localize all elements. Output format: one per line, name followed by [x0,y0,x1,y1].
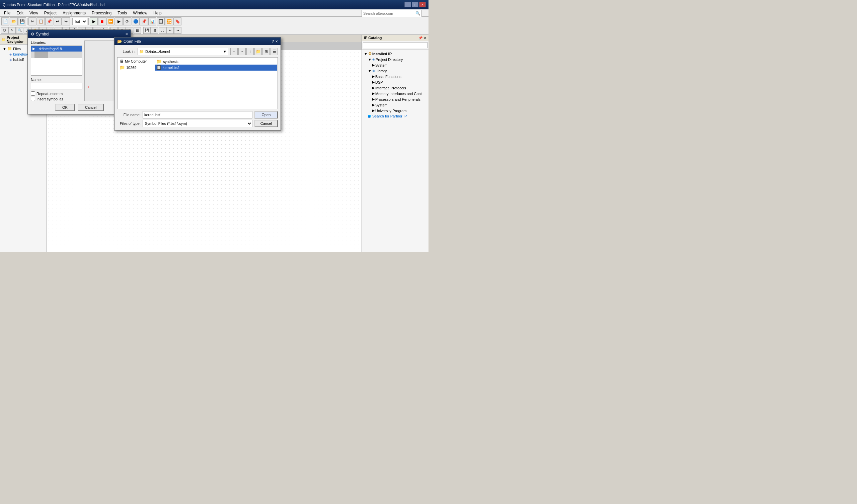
tb2-print[interactable]: 🖨 [151,27,158,34]
close-button[interactable]: × [419,2,426,7]
symbol-close-btn[interactable]: × [125,32,128,36]
tb-analysis[interactable]: ▶ [115,17,123,26]
search-input[interactable] [362,11,415,15]
app-title: Quartus Prime Standard Edition - D:/inte… [3,3,104,7]
menu-processing[interactable]: Processing [89,10,114,16]
cb2: Insert symbol as [31,97,82,101]
tb-netlist[interactable]: 🔵 [132,17,139,26]
cb-insert-symbol[interactable] [31,97,35,101]
filename-input[interactable] [142,111,252,118]
tb2-redo2[interactable]: ↪ [174,27,182,34]
ip-installed[interactable]: ▼ ⚙ Installed IP [363,51,427,56]
tb-compile[interactable]: ▶ [90,17,98,26]
tb-timing[interactable]: 📊 [148,17,156,26]
kernel-bsf-file[interactable]: 🔲 kernel.bsf [155,65,277,71]
tb-chip[interactable]: 🔲 [157,17,165,26]
tb2-undo2[interactable]: ↩ [166,27,174,34]
nav-btns: ← → ↑ 📁 ⊞ ☰ [230,48,278,55]
ip-project-dir[interactable]: ▼ ◈ Project Directory [363,56,427,62]
tb2-3[interactable]: 🔍 [16,27,23,34]
tb-redo[interactable]: ↪ [62,17,70,26]
tb2-1[interactable]: ⬡ [1,27,8,34]
menu-tools[interactable]: Tools [115,10,130,16]
cb2-label: Insert symbol as [36,97,63,101]
symbol-ok-btn[interactable]: OK [55,104,75,111]
ip-interface-protocols[interactable]: ▶ Interface Protocols [363,85,427,91]
lookin-dropdown[interactable]: 📁 D:\inte...\kernel ▼ [138,48,228,55]
ip-search-partner[interactable]: ● Search for Partner IP [363,114,427,119]
tb-cut[interactable]: ✂ [29,17,36,26]
filetype-select[interactable]: Symbol Files (*.bsf *.sym) [142,120,252,127]
tb-open[interactable]: 📂 [10,17,18,26]
menu-view[interactable]: View [27,10,41,16]
mycomputer-item[interactable]: 🖥 My Computer [118,58,153,64]
ip-projdir-icon: ◈ [372,57,375,62]
ip-processors[interactable]: ▶ Processors and Peripherals [363,96,427,102]
panel-icon: 📁 [1,38,5,41]
tb-save[interactable]: 💾 [18,17,26,26]
folder-10269[interactable]: 📁 10269 [118,64,153,71]
tb-rtl[interactable]: 🔀 [165,17,173,26]
menu-window[interactable]: Window [130,10,150,16]
ip-mem-arrow: ▶ [372,91,375,96]
menu-help[interactable]: Help [151,10,164,16]
project-dropdown[interactable]: lsd [72,18,87,25]
lib-scroll[interactable] [31,52,82,58]
ip-university-program[interactable]: ▶ University Program [363,108,427,114]
tb-bookmark[interactable]: 🔖 [173,17,182,26]
ip-univ-arrow: ▶ [372,108,375,113]
folder-10269-icon: 📁 [119,65,125,70]
ip-system1[interactable]: ▶ System [363,62,427,68]
tb-fitter[interactable]: ⟳ [123,17,131,26]
maximize-button[interactable]: □ [412,2,418,7]
ip-proc-arrow: ▶ [372,97,375,101]
ip-system2[interactable]: ▶ System [363,102,427,108]
ip-pin-btn[interactable]: 📌 [418,36,422,40]
nav-forward[interactable]: → [238,48,246,55]
ip-dsp[interactable]: ▶ DSP [363,79,427,85]
nav-new-folder[interactable]: 📁 [254,48,262,55]
tb2-2[interactable]: ↖ [9,27,16,34]
ip-lib-label: Library [375,69,387,73]
open-button[interactable]: Open [254,111,278,118]
ip-memory-interfaces[interactable]: ▶ Memory Interfaces and Cont [363,91,427,96]
tb-recompile[interactable]: ⏩ [106,17,115,26]
tb2-18[interactable]: ⛶ [159,27,166,34]
ip-basic-functions[interactable]: ▶ Basic Functions [363,73,427,79]
tb-assignpin[interactable]: 📌 [140,17,148,26]
symbol-name-input[interactable] [31,83,82,89]
file-icon-kernel: ◈ [10,52,12,56]
menu-project[interactable]: Project [41,10,59,16]
symbol-cancel-btn[interactable]: Cancel [78,104,104,111]
tb-paste[interactable]: 📌 [45,17,53,26]
cb-repeat-insert[interactable] [31,91,35,96]
menu-assignments[interactable]: Assignments [60,10,88,16]
ip-univ-label: University Program [375,109,407,113]
nav-back[interactable]: ← [230,48,238,55]
window-controls: − □ × [404,2,426,7]
tb2-save2[interactable]: 💾 [143,27,151,34]
ip-sys2-label: System [375,103,388,107]
ip-library[interactable]: ▼ ◈ Library [363,68,427,73]
tb-new[interactable]: 📄 [1,17,10,26]
cancel-openfile-btn[interactable]: Cancel [254,120,278,127]
minimize-button[interactable]: − [404,2,411,7]
nav-up[interactable]: ↑ [246,48,254,55]
nav-view-list[interactable]: ☰ [270,48,278,55]
menu-edit[interactable]: Edit [14,10,26,16]
ip-search-input[interactable] [363,42,427,48]
synthesis-label: synthesis [163,60,179,64]
tb-undo[interactable]: ↩ [54,17,62,26]
nav-view-icons[interactable]: ⊞ [263,48,270,55]
lib-item[interactable]: ▶ □ d:/intelfpga/18. [31,46,82,52]
menu-file[interactable]: File [1,10,13,16]
tb-copy[interactable]: 📋 [37,17,45,26]
ip-basic-arrow: ▶ [372,74,375,79]
synthesis-folder[interactable]: 📁 synthesis [155,58,277,65]
tb2-17[interactable]: ▦ [134,27,141,34]
openfile-close-btn[interactable]: × [275,39,278,44]
openfile-help-btn[interactable]: ? [271,39,274,44]
tb-stop[interactable]: ⏹ [98,17,106,26]
ip-close-btn[interactable]: ✕ [424,36,426,40]
bsf-icon: 🔲 [156,65,161,70]
